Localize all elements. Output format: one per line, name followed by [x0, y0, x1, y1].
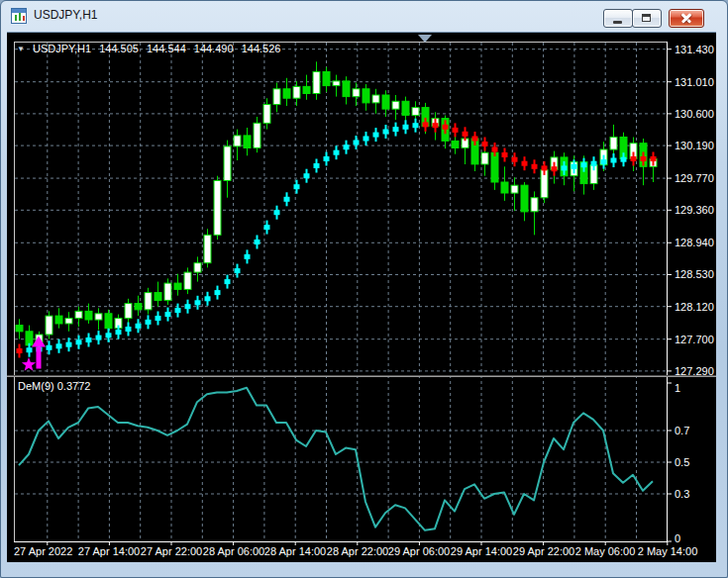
minimize-button[interactable]: [603, 9, 633, 28]
restore-icon: [642, 14, 651, 22]
icon-bar: [23, 16, 25, 21]
chart-client-area[interactable]: ▼ USDJPY,H1 144.505 144.544 144.490 144.…: [7, 32, 716, 562]
minimize-icon: [613, 21, 622, 24]
restore-button[interactable]: [632, 9, 662, 28]
window-title-bar[interactable]: USDJPY,H1: [1, 1, 727, 31]
window-title: USDJPY,H1: [34, 1, 97, 30]
icon-bar: [15, 15, 17, 21]
chart-window: USDJPY,H1 ▼ USDJPY,H1 144.505 144.544 14…: [0, 0, 728, 578]
close-button[interactable]: [669, 9, 704, 28]
time-axis[interactable]: 27 Apr 202227 Apr 14:0027 Apr 22:0028 Ap…: [7, 33, 716, 562]
time-axis-label: 27 Apr 2022: [14, 545, 72, 557]
chart-window-icon: [11, 8, 27, 24]
time-axis-label: 2 May 14:00: [628, 545, 707, 557]
icon-bar: [19, 13, 21, 21]
